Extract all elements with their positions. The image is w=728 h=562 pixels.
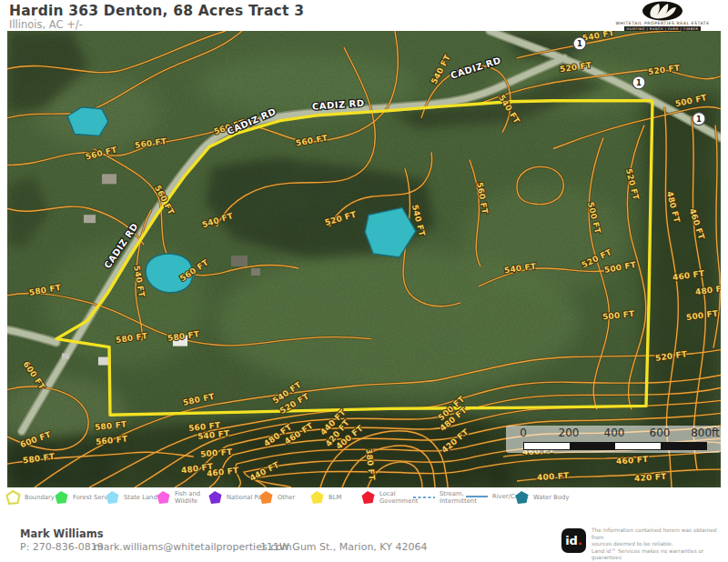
legend-swatch-icon xyxy=(105,490,120,505)
legend-item: Boundary xyxy=(5,490,55,505)
route-marker-number: 1 xyxy=(636,78,642,87)
scale-segment xyxy=(661,443,706,449)
scale-segment xyxy=(615,443,661,449)
scale-tick: 200 xyxy=(559,427,580,439)
legend-label: State Land xyxy=(124,494,157,501)
header: Hardin 363 Denton, 68 Acres Tract 3 Illi… xyxy=(0,0,728,31)
scale-segment xyxy=(524,443,570,449)
scale-segment xyxy=(570,443,615,449)
legend-polygon-swatch xyxy=(209,491,222,504)
scale-tick: 600 xyxy=(650,427,671,439)
legend-item: State Land xyxy=(105,490,157,505)
brand-name: Whitetail Properties Real Estate xyxy=(608,21,717,25)
page-subtitle: Illinois, AC +/- xyxy=(9,18,83,31)
land-id-text: id xyxy=(565,534,578,547)
scale-bar-segments xyxy=(523,442,707,450)
disclaimer-line: Land id™ Services makes no warranties or… xyxy=(592,548,723,562)
legend-polygon-swatch xyxy=(516,491,529,504)
legend-swatch-icon xyxy=(5,490,21,505)
scale-tick: 0 xyxy=(520,427,527,439)
legend-label: Boundary xyxy=(25,494,55,501)
legend-polygon-swatch xyxy=(7,491,20,504)
legend-item: Local Government xyxy=(360,490,418,505)
scale-tick: 800ft xyxy=(691,427,720,439)
legend-swatch-icon xyxy=(412,491,436,504)
legend-polygon-swatch xyxy=(106,491,119,504)
legend-label: Other xyxy=(278,494,295,501)
legend-swatch-icon xyxy=(258,490,274,505)
legend-polygon-swatch xyxy=(56,491,68,504)
legend-item: BLM xyxy=(309,490,341,505)
map-canvas[interactable]: 540 FT520 FT520 FT500 FT560 FT560 FT560 … xyxy=(7,31,721,487)
scale-bar: 0200400600800ft xyxy=(506,426,721,453)
disclaimer-line: sources deemed to be reliable. xyxy=(592,541,723,548)
office-address: 111W Gum St., Marion, KY 42064 xyxy=(260,541,427,553)
legend-polygon-swatch xyxy=(362,491,375,504)
map-svg: 540 FT520 FT520 FT500 FT560 FT560 FT560 … xyxy=(7,31,721,487)
legend-item: Fish and Wildlife xyxy=(156,490,200,505)
scale-tick-labels: 0200400600800ft xyxy=(506,426,721,440)
legend-polygon-swatch xyxy=(260,491,273,504)
disclaimer-text: The information contained herein was obt… xyxy=(592,527,723,562)
agent-name: Mark Williams xyxy=(20,527,104,540)
page: Hardin 363 Denton, 68 Acres Tract 3 Illi… xyxy=(0,0,728,562)
route-marker: 1 xyxy=(693,113,705,125)
legend-label: BLM xyxy=(329,494,341,501)
land-id-dot: . xyxy=(578,534,582,547)
legend-swatch-icon xyxy=(360,490,376,505)
footer: Mark Williams P: 270-836-0819 mark.willi… xyxy=(0,513,728,562)
legend-polygon-swatch xyxy=(311,491,324,504)
legend-item: Other xyxy=(258,490,295,505)
page-title: Hardin 363 Denton, 68 Acres Tract 3 xyxy=(9,3,304,19)
brand-logo: Whitetail Properties Real Estate HUNTING… xyxy=(608,1,717,32)
legend: BoundaryForest ServicState LandFish and … xyxy=(0,487,728,513)
agent-phone: P: 270-836-0819 xyxy=(20,541,104,553)
legend-polygon-swatch xyxy=(157,491,170,504)
legend-swatch-icon xyxy=(514,490,530,505)
legend-label: Water Body xyxy=(533,494,569,501)
scale-tick: 400 xyxy=(604,427,625,439)
route-marker-number: 1 xyxy=(696,115,702,124)
disclaimer-line: The information contained herein was obt… xyxy=(592,527,723,541)
land-id-logo: id. xyxy=(561,528,586,553)
legend-swatch-icon xyxy=(156,490,171,505)
legend-swatch-icon xyxy=(465,490,489,503)
route-marker: 1 xyxy=(573,37,586,50)
legend-swatch-icon xyxy=(207,490,223,505)
legend-swatch-icon xyxy=(54,490,69,505)
legend-item: Water Body xyxy=(514,490,569,505)
route-marker: 1 xyxy=(632,76,645,89)
legend-label: Fish and Wildlife xyxy=(175,490,200,505)
whitetail-antler-icon xyxy=(642,1,683,21)
route-marker-number: 1 xyxy=(577,39,582,48)
legend-swatch-icon xyxy=(309,490,325,505)
